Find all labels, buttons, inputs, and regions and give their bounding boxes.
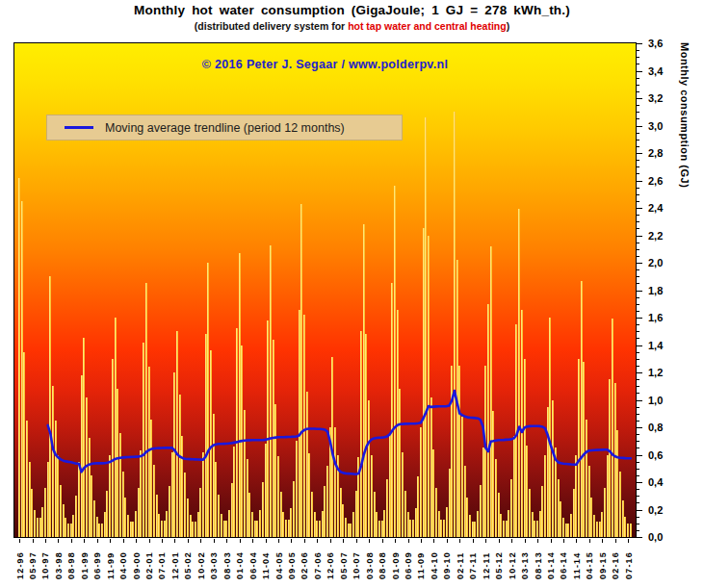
x-tick-label: 12-96 [15, 551, 25, 579]
y-minor-tick [637, 160, 639, 161]
x-tick [174, 539, 175, 543]
y-minor-tick [637, 441, 639, 442]
x-tick-label: 05-97 [28, 551, 38, 579]
x-tick [628, 539, 629, 543]
y-minor-tick [637, 249, 639, 250]
y-minor-tick [637, 194, 639, 195]
x-tick-label: 05-02 [183, 551, 193, 579]
x-tick [551, 539, 552, 543]
x-tick [45, 539, 46, 543]
y-minor-tick [637, 524, 639, 524]
x-tick [356, 539, 357, 543]
x-tick-label: 08-08 [378, 551, 387, 579]
x-tick-label: 10-02 [196, 551, 206, 579]
y-minor-tick [637, 140, 639, 141]
x-tick [343, 539, 344, 543]
x-tick-label: 04-05 [274, 551, 284, 579]
x-tick [473, 539, 474, 543]
x-tick [499, 539, 500, 543]
y-tick-label: 1,2 [648, 368, 663, 377]
x-tick-label: 02-06 [300, 551, 309, 579]
y-minor-tick [637, 324, 639, 325]
y-minor-tick [637, 386, 639, 387]
x-tick [330, 539, 331, 543]
x-tick-label: 06-14 [559, 551, 568, 579]
x-tick-label: 01-14 [546, 551, 556, 579]
x-tick [395, 539, 396, 543]
y-minor-tick [637, 221, 639, 222]
x-tick-label: 07-11 [468, 551, 478, 579]
y-tick-label: 1,0 [648, 396, 663, 405]
x-tick-label: 07-01 [157, 551, 167, 579]
y-minor-tick [637, 496, 639, 497]
x-tick [136, 539, 137, 543]
y-minor-tick [637, 311, 639, 312]
x-tick [252, 539, 253, 543]
y-tick-label: 2,8 [648, 148, 663, 158]
x-tick-label: 07-16 [624, 551, 634, 579]
y-major-tick [637, 126, 642, 127]
x-tick [58, 539, 59, 543]
y-axis-title: Monthly consumption (GJ) [679, 42, 691, 538]
y-minor-tick [637, 188, 639, 189]
y-minor-tick [637, 105, 639, 106]
x-tick [123, 539, 124, 543]
y-minor-tick [637, 530, 639, 531]
y-minor-tick [637, 359, 639, 360]
x-tick [485, 539, 486, 543]
y-tick-label: 3,6 [648, 38, 663, 48]
x-tick-label: 04-10 [430, 551, 439, 579]
y-tick-label: 1,4 [648, 341, 663, 350]
y-minor-tick [637, 379, 639, 380]
x-tick [602, 539, 603, 543]
y-minor-tick [637, 133, 639, 134]
y-major-tick [637, 510, 642, 511]
x-tick [33, 539, 34, 543]
y-minor-tick [637, 421, 639, 422]
x-tick [19, 539, 20, 543]
y-minor-tick [637, 243, 639, 243]
x-tick-label: 02-11 [456, 551, 465, 579]
y-minor-tick [637, 502, 639, 503]
y-major-tick [637, 181, 642, 182]
y-minor-tick [637, 283, 639, 284]
x-tick-label: 03-98 [54, 551, 64, 579]
y-minor-tick [637, 78, 639, 79]
y-minor-tick [637, 447, 639, 448]
y-major-tick [637, 345, 642, 346]
y-minor-tick [637, 173, 639, 174]
x-tick [266, 539, 267, 543]
x-tick [317, 539, 318, 543]
y-tick-label: 0,8 [648, 422, 663, 432]
x-tick-label: 11-09 [416, 551, 426, 579]
chart-subtitle: (distributed delivery system for hot tap… [0, 20, 704, 32]
x-tick-label: 03-08 [365, 551, 375, 579]
subtitle-accent: hot tap water and central heating [348, 20, 507, 32]
y-minor-tick [637, 85, 639, 86]
y-minor-tick [637, 331, 639, 332]
x-tick-label: 06-04 [248, 551, 258, 579]
y-tick-label: 2,0 [648, 258, 663, 268]
chart-title: Monthly hot water consumption (GigaJoule… [0, 3, 704, 17]
y-minor-tick [637, 407, 639, 408]
y-minor-tick [637, 57, 639, 58]
y-major-tick [637, 455, 642, 456]
y-minor-tick [637, 304, 639, 305]
x-tick-label: 10-97 [40, 551, 50, 579]
y-minor-tick [637, 50, 639, 51]
x-tick [421, 539, 422, 543]
y-major-tick [637, 537, 642, 538]
y-minor-tick [637, 366, 639, 367]
y-major-tick [637, 43, 642, 44]
y-major-tick [637, 263, 642, 264]
x-tick [433, 539, 434, 543]
y-minor-tick [637, 166, 639, 167]
x-tick-label: 06-09 [404, 551, 413, 579]
x-tick-label: 12-11 [482, 551, 491, 579]
x-tick-label: 02-01 [144, 551, 154, 579]
x-tick [110, 539, 111, 543]
y-major-tick [637, 291, 642, 292]
x-tick [97, 539, 98, 543]
x-tick [278, 539, 279, 543]
y-minor-tick [637, 475, 639, 476]
